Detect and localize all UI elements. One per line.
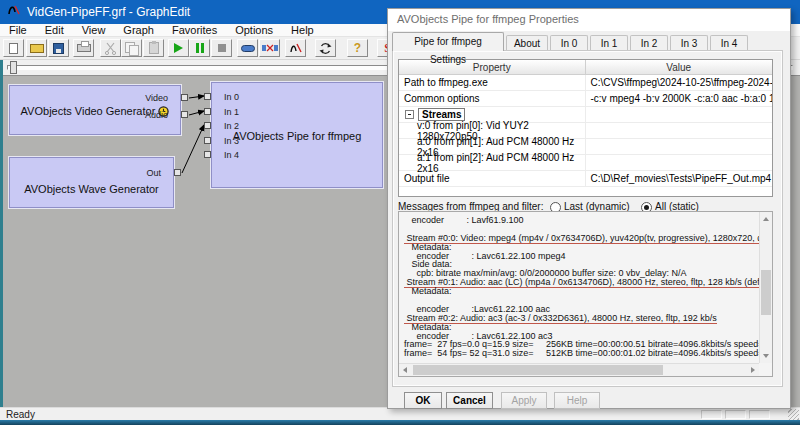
pin-in4[interactable] <box>204 151 211 158</box>
tab-in2[interactable]: In 2 <box>630 35 668 51</box>
connect-pins-button[interactable] <box>259 39 280 57</box>
status-panel <box>749 410 770 419</box>
save-floppy-icon <box>53 43 64 54</box>
play-button[interactable] <box>168 39 189 57</box>
tab-about[interactable]: About <box>506 35 548 51</box>
new-file-button[interactable] <box>3 39 24 57</box>
pin-in2[interactable] <box>204 122 211 129</box>
menu-file[interactable]: File <box>0 24 36 36</box>
menu-edit[interactable]: Edit <box>36 24 73 36</box>
pin-label-in2: In 2 <box>224 121 239 131</box>
insert-filter-icon <box>289 42 303 54</box>
cut-scissors-icon <box>104 42 117 55</box>
pin-label-audio: Audio <box>145 110 168 120</box>
scroll-down-icon[interactable] <box>763 354 769 358</box>
play-icon <box>174 43 183 53</box>
pin-in3[interactable] <box>204 137 211 144</box>
filter-wave-generator[interactable]: AVObjects Wave Generator Out <box>9 157 174 208</box>
stream-0-line: Stream #0:0: Video: mpeg4 (mp4v / 0x7634… <box>404 234 759 243</box>
status-panel <box>725 410 746 419</box>
ffmpeg-message-log[interactable]: encoder : Lavf61.9.100 Stream #0:0: Vide… <box>398 211 773 377</box>
status-text: Ready <box>6 409 35 420</box>
grid-row-stream-a1[interactable]: a:1 from pin[2]: Aud PCM 48000 Hz 2x16 <box>399 155 772 171</box>
pause-icon <box>196 43 204 53</box>
help-question-icon: ? <box>354 42 361 54</box>
pin-label-video: Video <box>145 93 168 103</box>
print-button[interactable] <box>73 39 94 57</box>
pause-button[interactable] <box>189 39 210 57</box>
pin-label-in1: In 1 <box>224 107 239 117</box>
log-vertical-scrollbar[interactable] <box>759 212 772 363</box>
print-icon <box>77 44 91 52</box>
tab-in4[interactable]: In 4 <box>710 35 748 51</box>
properties-dialog: AVObjects Pipe for ffmpeg Properties Pip… <box>387 8 791 409</box>
insert-filter-button[interactable] <box>285 39 306 57</box>
cancel-button[interactable]: Cancel <box>446 392 493 409</box>
pin-wave-out[interactable] <box>174 169 181 176</box>
filter-capsule-icon <box>241 45 255 52</box>
graphedit-app-icon <box>7 3 21 21</box>
paste-icon <box>149 42 159 54</box>
stop-button[interactable] <box>211 39 232 57</box>
copy-icon <box>125 42 138 55</box>
refresh-button[interactable] <box>315 39 336 57</box>
property-grid: Property Value Path to ffmpeg.exe C:\CVS… <box>398 59 773 197</box>
tab-pipe-settings[interactable]: Pipe for ffmpeg Settings <box>392 32 504 51</box>
dialog-title: AVObjects Pipe for ffmpeg Properties <box>397 13 579 25</box>
col-property: Property <box>399 60 586 74</box>
connect-pins-icon <box>262 43 278 53</box>
window-left-border <box>0 60 3 407</box>
paste-button[interactable] <box>143 39 164 57</box>
filter-pipe-ffmpeg[interactable]: AVObjects Pipe for ffmpeg In 0 In 1 In 2… <box>211 82 383 188</box>
stream-1-line: Stream #0:1: Audio: aac (LC) (mp4a / 0x6… <box>404 278 759 287</box>
cut-button[interactable] <box>100 39 121 57</box>
pin-in0[interactable] <box>204 93 211 100</box>
tab-in1[interactable]: In 1 <box>590 35 628 51</box>
collapse-expander-icon[interactable] <box>405 110 414 119</box>
pin-label-out: Out <box>146 168 161 178</box>
log-horizontal-scrollbar[interactable] <box>399 363 759 376</box>
log-text: encoder : Lavf61.9.100 Stream #0:0: Vide… <box>399 212 759 363</box>
vscroll-thumb[interactable] <box>761 270 771 315</box>
tab-strip: Pipe for ffmpeg Settings About In 0 In 1… <box>392 32 786 51</box>
open-file-button[interactable] <box>26 39 47 57</box>
ok-button[interactable]: OK <box>404 392 442 409</box>
help-dialog-button[interactable]: Help <box>554 392 600 409</box>
grid-row-common-options[interactable]: Common options -c:v mpeg4 -b:v 2000K -c:… <box>399 91 772 107</box>
tab-in3[interactable]: In 3 <box>670 35 708 51</box>
graphedit-window: VidGen-PipeFF.grf - GraphEdit File Edit … <box>0 0 800 425</box>
save-button[interactable] <box>48 39 69 57</box>
scroll-up-icon[interactable] <box>763 217 769 221</box>
scroll-left-icon[interactable] <box>403 367 407 373</box>
filter-title: AVObjects Wave Generator <box>10 183 173 195</box>
tab-in0[interactable]: In 0 <box>550 35 588 51</box>
menu-options[interactable]: Options <box>226 24 282 36</box>
new-file-icon <box>9 43 18 54</box>
menu-help[interactable]: Help <box>282 24 323 36</box>
pin-video-out[interactable] <box>181 94 188 101</box>
pin-label-in3: In 3 <box>224 136 239 146</box>
resize-grip[interactable] <box>788 409 799 420</box>
window-title: VidGen-PipeFF.grf - GraphEdit <box>27 5 190 19</box>
col-value: Value <box>586 60 773 74</box>
help-button[interactable]: ? <box>347 39 368 57</box>
grid-row-path[interactable]: Path to ffmpeg.exe C:\CVS\ffmpeg\2024-10… <box>399 75 772 91</box>
pin-label-in4: In 4 <box>224 150 239 160</box>
apply-button[interactable]: Apply <box>501 392 547 409</box>
scroll-right-icon[interactable] <box>751 367 755 373</box>
copy-button[interactable] <box>121 39 142 57</box>
hscroll-thumb[interactable] <box>413 365 663 375</box>
filter-video-generator[interactable]: AVObjects Video Generator Video Audio <box>9 85 181 135</box>
menu-favorites[interactable]: Favorites <box>163 24 226 36</box>
menu-view[interactable]: View <box>73 24 115 36</box>
taskbar-edge <box>0 420 800 425</box>
grid-row-output-file[interactable]: Output file C:\D\Ref_movies\Tests\PipeFF… <box>399 171 772 187</box>
menu-graph[interactable]: Graph <box>114 24 163 36</box>
stream-2-line: Stream #0:2: Audio: ac3 (ac-3 / 0x332D63… <box>404 314 759 323</box>
dialog-titlebar: AVObjects Pipe for ffmpeg Properties <box>388 9 790 31</box>
filter-capsule-button[interactable] <box>237 39 258 57</box>
pin-in1[interactable] <box>204 108 211 115</box>
seek-thumb[interactable] <box>10 61 17 74</box>
pin-label-in0: In 0 <box>224 92 239 102</box>
pin-audio-out[interactable] <box>181 111 188 118</box>
